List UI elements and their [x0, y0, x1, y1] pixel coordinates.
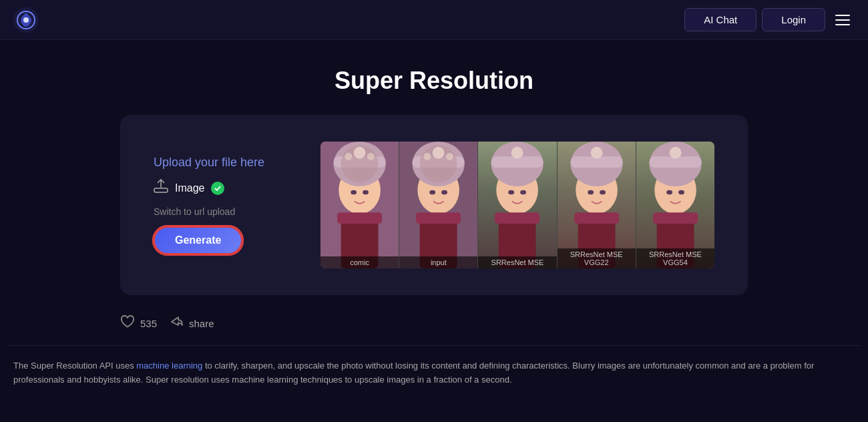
svg-point-33	[509, 190, 515, 195]
svg-point-34	[520, 190, 526, 195]
svg-point-44	[600, 190, 606, 195]
share-section[interactable]: share	[170, 316, 214, 331]
upload-label: Upload your file here	[154, 156, 264, 170]
svg-rect-36	[495, 212, 539, 224]
svg-point-10	[363, 190, 369, 195]
switch-url-link[interactable]: Switch to url upload	[154, 206, 235, 217]
menu-line-3	[835, 24, 850, 25]
segment-label-4: SRResNet MSE VGG54	[636, 248, 714, 268]
like-section[interactable]: 535	[120, 315, 157, 332]
image-segment-srresnet-vgg54: SRResNet MSE VGG54	[636, 142, 714, 268]
logo[interactable]	[13, 7, 39, 33]
svg-point-15	[367, 153, 375, 160]
navbar: AI Chat Login	[0, 0, 868, 40]
svg-point-47	[590, 147, 602, 159]
share-label: share	[189, 318, 214, 329]
hamburger-menu-button[interactable]	[831, 8, 855, 32]
svg-point-25	[433, 147, 445, 159]
svg-point-57	[669, 147, 681, 159]
image-segment-input: input	[399, 142, 477, 268]
svg-point-26	[423, 153, 431, 160]
svg-rect-24	[416, 212, 461, 224]
share-icon	[170, 316, 184, 331]
svg-point-21	[429, 190, 435, 195]
segment-label-3: SRResNet MSE VGG22	[558, 248, 636, 268]
segment-label-2: SRResNet MSE	[478, 256, 556, 268]
svg-point-22	[441, 190, 447, 195]
svg-point-27	[446, 153, 453, 160]
svg-point-54	[678, 190, 684, 195]
svg-point-43	[588, 190, 594, 195]
svg-point-37	[511, 147, 523, 159]
svg-point-13	[354, 147, 366, 159]
description-before-link: The Super Resolution API uses	[13, 361, 136, 371]
ai-chat-button[interactable]: AI Chat	[684, 8, 756, 31]
upload-icon	[154, 179, 168, 197]
segment-visual-2	[399, 142, 477, 268]
menu-line-1	[835, 15, 850, 16]
heart-icon	[120, 315, 135, 332]
segment-visual-3	[478, 142, 556, 268]
login-button[interactable]: Login	[762, 8, 825, 31]
svg-point-14	[345, 153, 352, 160]
image-segment-srresnet-mse: SRResNet MSE	[477, 142, 556, 268]
svg-point-53	[666, 190, 672, 195]
svg-rect-2	[154, 188, 168, 192]
image-segment-comic: comic	[320, 142, 399, 268]
svg-rect-12	[337, 212, 382, 224]
svg-rect-56	[653, 212, 698, 224]
description-text: The Super Resolution API uses machine le…	[13, 359, 855, 387]
page-title-section: Super Resolution	[0, 40, 868, 115]
image-strip-inner: comic	[320, 142, 714, 268]
image-label: Image	[175, 182, 204, 194]
generate-button[interactable]: Generate	[154, 226, 242, 254]
machine-learning-link[interactable]: machine learning	[136, 361, 202, 371]
segment-visual-1	[320, 142, 399, 268]
segment-label-1: input	[399, 256, 477, 268]
description-section: The Super Resolution API uses machine le…	[7, 345, 861, 401]
image-segment-srresnet-vgg22: SRResNet MSE VGG22	[557, 142, 636, 268]
navbar-right: AI Chat Login	[684, 8, 855, 32]
page-title: Super Resolution	[0, 67, 868, 95]
like-count: 535	[140, 318, 157, 329]
image-row: Image	[154, 179, 224, 197]
svg-point-9	[351, 190, 357, 195]
check-badge	[211, 182, 224, 195]
navbar-left	[13, 7, 39, 33]
image-strip: comic	[320, 142, 714, 268]
svg-point-1	[23, 17, 29, 23]
svg-rect-46	[574, 212, 619, 224]
segment-label-0: comic	[320, 256, 399, 268]
action-row: 535 share	[120, 315, 748, 332]
upload-panel: Upload your file here Image Switch to ur…	[154, 156, 287, 254]
menu-line-2	[835, 19, 850, 21]
main-card: Upload your file here Image Switch to ur…	[120, 115, 748, 295]
